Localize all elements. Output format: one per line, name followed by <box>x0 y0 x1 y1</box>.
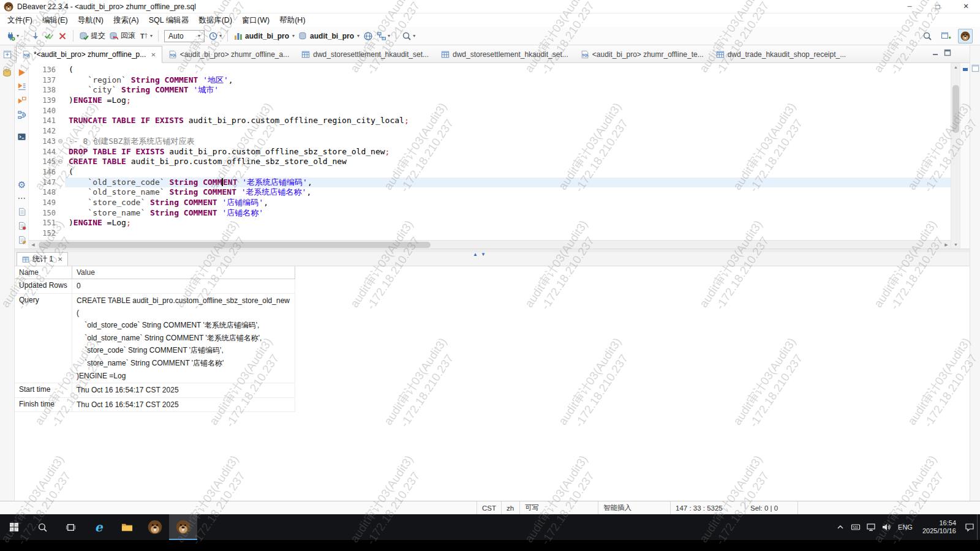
execute-script-button[interactable] <box>17 81 27 92</box>
ruler-position-marker[interactable] <box>963 68 968 71</box>
db-navigator-button[interactable] <box>2 69 12 80</box>
minimize-view-button[interactable] <box>932 48 939 59</box>
editor-tab[interactable]: SQL*<audit_bi_pro> zhumr_offline_p...✕ <box>16 46 162 63</box>
editor-tab[interactable]: dwd_trade_hkaudit_shop_receipt_... <box>710 47 852 62</box>
panel-up-arrow-button[interactable]: ▲ <box>473 247 478 258</box>
network-button[interactable] <box>863 514 878 540</box>
more-actions-button[interactable]: ⋯ <box>17 192 27 203</box>
taskbar-file-explorer-button[interactable] <box>113 514 141 540</box>
connection-selector[interactable]: audit_bi_pro▾ <box>232 29 296 43</box>
transaction-mode-icon[interactable]: T▾ <box>137 29 154 43</box>
row-value-cell[interactable]: 0 <box>72 279 295 293</box>
column-header-value[interactable]: Value <box>72 266 295 279</box>
minimized-panel-button[interactable] <box>971 64 979 75</box>
fold-marker-icon[interactable]: ⊖ <box>56 137 65 147</box>
menu-item[interactable]: 编辑(E) <box>37 14 73 27</box>
code-line-text[interactable] <box>65 228 951 239</box>
row-name-cell[interactable]: Updated Rows <box>15 279 72 293</box>
code-line-text[interactable]: )ENGINE =Log; <box>65 96 951 106</box>
autocommit-combo[interactable]: Auto▾ <box>164 30 205 42</box>
commit-check-icon[interactable] <box>42 29 56 43</box>
code-line-text[interactable]: `city` String COMMENT '城市' <box>65 85 951 96</box>
vertical-scroll-thumb[interactable] <box>952 85 959 133</box>
vertical-scrollbar[interactable]: ▲ ▼ <box>951 63 960 249</box>
scroll-right-arrow-icon[interactable]: ▶ <box>942 241 951 249</box>
auto-refresh-icon[interactable]: ▾ <box>206 29 224 43</box>
panel-down-arrow-button[interactable]: ▼ <box>481 247 486 258</box>
er-diagram-icon[interactable]: ▾ <box>375 29 392 43</box>
row-value-cell[interactable]: Thu Oct 16 16:54:17 CST 2025 <box>72 398 295 412</box>
code-line-text[interactable]: TRUNCATE TABLE IF EXISTS audit_bi_pro.cu… <box>65 116 951 126</box>
row-name-cell[interactable]: Query <box>15 294 72 383</box>
window-minimize-button[interactable]: ─ <box>895 0 924 13</box>
search-button[interactable] <box>921 29 934 43</box>
menu-item[interactable]: 文件(F) <box>2 14 37 27</box>
code-line-text[interactable] <box>65 126 951 137</box>
explain-plan-button[interactable] <box>17 110 27 120</box>
row-name-cell[interactable]: Finish time <box>15 398 72 412</box>
menu-item[interactable]: 窗口(W) <box>237 14 274 27</box>
taskbar-taskbar-search-button[interactable] <box>28 514 56 540</box>
fold-marker-icon[interactable]: ⊖ <box>56 157 65 167</box>
settings-gear-button[interactable]: ⚙ <box>17 179 27 190</box>
search-icon[interactable]: ▾ <box>400 29 417 43</box>
sql-console-button[interactable] <box>17 132 27 142</box>
results-tab-statistics[interactable]: 统计 1✕ <box>17 252 68 266</box>
open-perspective-button[interactable] <box>939 29 953 43</box>
scroll-up-arrow-icon[interactable]: ▲ <box>951 63 960 71</box>
taskbar-start-button[interactable] <box>0 514 28 540</box>
show-desktop-button[interactable] <box>977 514 980 540</box>
taskbar-dbeaver-button[interactable] <box>169 514 197 540</box>
script-doc-button[interactable] <box>17 206 27 217</box>
taskbar-dbeaver-button[interactable] <box>141 514 169 540</box>
code-line-text[interactable]: ( <box>65 65 951 75</box>
dbeaver-perspective-button[interactable] <box>958 29 973 43</box>
taskbar-task-view-button[interactable] <box>56 514 85 540</box>
close-icon[interactable]: ✕ <box>58 256 62 263</box>
sql-code-editor[interactable]: 136(137 `region` String COMMENT '地区',138… <box>29 63 951 240</box>
save-file-button[interactable] <box>17 220 27 231</box>
row-value-cell[interactable]: CREATE TABLE audit_bi_pro.custom_offline… <box>72 294 295 383</box>
code-line-text[interactable]: `region` String COMMENT '地区', <box>65 75 951 86</box>
code-line-text[interactable]: DROP TABLE IF EXISTS audit_bi_pro.custom… <box>65 147 951 157</box>
window-maximize-button[interactable]: □ <box>924 0 952 13</box>
code-line-text[interactable]: ( <box>65 167 951 178</box>
schema-selector[interactable]: audit_bi_pro▾ <box>296 29 361 43</box>
execute-new-tab-button[interactable] <box>17 96 27 106</box>
status-cursor-position[interactable]: 147 : 33 : 5325 <box>670 501 745 514</box>
window-close-button[interactable]: ✕ <box>952 0 980 13</box>
scroll-down-arrow-icon[interactable]: ▼ <box>951 241 960 249</box>
status-insert-mode[interactable]: 智能插入 <box>598 501 670 514</box>
scroll-left-arrow-icon[interactable]: ◀ <box>29 241 37 249</box>
volume-button[interactable] <box>878 514 894 540</box>
menu-item[interactable]: 导航(N) <box>73 14 108 27</box>
menu-item[interactable]: 搜索(A) <box>108 14 144 27</box>
editor-tab[interactable]: SQL<audit_bi_pro> zhumr_offline_te... <box>575 47 710 62</box>
code-line-text[interactable] <box>65 106 951 116</box>
row-name-cell[interactable]: Start time <box>15 383 72 397</box>
horizontal-scrollbar[interactable]: ◀ ▶ <box>29 240 951 249</box>
code-line-text[interactable]: `store_code` String COMMENT '店铺编码', <box>65 198 951 208</box>
menu-item[interactable]: 数据库(D) <box>194 14 237 27</box>
commit-button[interactable]: 提交 <box>77 29 107 43</box>
editor-tab[interactable]: dwd_storesettlement_hkaudit_set... <box>435 47 575 62</box>
menu-item[interactable]: SQL 编辑器 <box>144 14 194 27</box>
rollback-cross-icon[interactable] <box>56 29 69 43</box>
taskbar-clock[interactable]: 16:542025/10/16 <box>917 519 962 535</box>
editor-tab[interactable]: SQL<audit_bi_pro> zhumr_offline_a... <box>162 47 296 62</box>
code-line-text[interactable]: `store_name` String COMMENT '店铺名称' <box>65 208 951 219</box>
execute-statement-button[interactable] <box>17 67 27 78</box>
maximize-view-button[interactable] <box>944 48 951 59</box>
action-center-button[interactable] <box>962 514 977 540</box>
code-line-text[interactable]: CREATE TABLE audit_bi_pro.custom_offline… <box>65 157 951 167</box>
language-indicator[interactable]: ENG <box>894 523 917 531</box>
tab-close-icon[interactable]: ✕ <box>151 51 156 58</box>
code-line-text[interactable]: -- 8 创建SBZ新老系统店铺对应表 <box>65 137 951 147</box>
menu-item[interactable]: 帮助(H) <box>274 14 310 27</box>
column-header-name[interactable]: Name <box>15 266 72 279</box>
code-line-text[interactable]: `old_store_code` String COMMENT '老系统店铺编码… <box>65 178 951 188</box>
panel-splitter[interactable]: ▲▼ <box>15 249 970 252</box>
rename-file-button[interactable] <box>17 234 27 245</box>
horizontal-scroll-thumb[interactable] <box>39 242 431 248</box>
taskbar-ie-button[interactable]: e <box>85 514 113 540</box>
